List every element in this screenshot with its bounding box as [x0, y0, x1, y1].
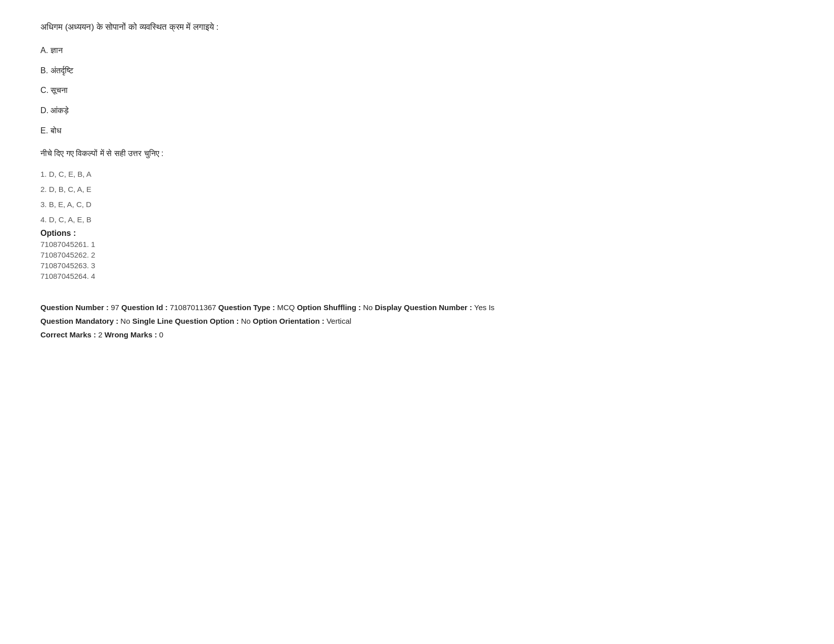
question-number-label: Question Number : — [40, 303, 109, 312]
db-option-3: 71087045263. 3 — [40, 261, 794, 270]
option-orientation-label: Option Orientation : — [253, 317, 325, 325]
answer-options-list: 1. D, C, E, B, A 2. D, B, C, A, E 3. B, … — [40, 168, 794, 226]
option-e-text: बोध — [51, 126, 61, 135]
db-option-2-val: 2 — [91, 251, 95, 259]
meta-line-2: Question Mandatory : No Single Line Ques… — [40, 314, 794, 328]
answer-option-2-num: 2. — [40, 185, 47, 193]
option-a: A. ज्ञान — [40, 44, 794, 57]
answer-option-4-text: D, C, A, E, B — [49, 215, 91, 224]
db-option-4-val: 4 — [91, 272, 95, 280]
options-label: Options : — [40, 229, 794, 238]
db-option-1-id: 71087045261. — [40, 240, 89, 249]
sub-question-text: नीचे दिए गए विकल्पों में से सही उत्तर चु… — [40, 147, 794, 160]
answer-option-4-num: 4. — [40, 215, 47, 224]
option-d: D. आंकड़े — [40, 104, 794, 117]
display-question-number-label: Display Question Number : — [375, 303, 473, 312]
db-option-1-val: 1 — [91, 240, 95, 249]
option-c: C. सूचना — [40, 84, 794, 97]
question-text: अधिगम (अध्ययन) के सोपानों को व्यवस्थित क… — [40, 20, 794, 34]
answer-option-1-num: 1. — [40, 170, 47, 178]
db-option-3-id: 71087045263. — [40, 261, 89, 270]
single-line-label: Single Line Question Option : — [132, 317, 239, 325]
option-d-label: D. — [40, 106, 49, 115]
db-option-4-id: 71087045264. — [40, 272, 89, 280]
option-shuffling-label: Option Shuffling : — [297, 303, 361, 312]
answer-option-1: 1. D, C, E, B, A — [40, 168, 794, 180]
question-mandatory-label: Question Mandatory : — [40, 317, 118, 325]
meta-info: Question Number : 97 Question Id : 71087… — [40, 301, 794, 341]
options-list: A. ज्ञान B. अंतर्दृष्टि C. सूचना D. आंकड… — [40, 44, 794, 137]
question-id-label: Question Id : — [121, 303, 168, 312]
answer-option-3-text: B, E, A, C, D — [49, 200, 91, 209]
answer-option-3: 3. B, E, A, C, D — [40, 199, 794, 211]
question-type-value: MCQ — [277, 303, 295, 312]
db-option-2: 71087045262. 2 — [40, 251, 794, 259]
db-options-list: 71087045261. 1 71087045262. 2 7108704526… — [40, 240, 794, 280]
option-b: B. अंतर्दृष्टि — [40, 64, 794, 77]
answer-option-2-text: D, B, C, A, E — [49, 185, 91, 193]
option-e-label: E. — [40, 126, 48, 135]
option-c-label: C. — [40, 86, 49, 94]
question-id-value: 71087011367 — [170, 303, 216, 312]
question-number-value: 97 — [111, 303, 119, 312]
option-c-text: सूचना — [51, 86, 68, 94]
db-option-3-val: 3 — [91, 261, 95, 270]
option-b-label: B. — [40, 66, 48, 75]
option-a-text: ज्ञान — [51, 46, 63, 55]
answer-option-1-text: D, C, E, B, A — [49, 170, 91, 178]
wrong-marks-value: 0 — [159, 330, 163, 339]
db-option-4: 71087045264. 4 — [40, 272, 794, 280]
correct-marks-value: 2 — [98, 330, 102, 339]
wrong-marks-label: Wrong Marks : — [105, 330, 157, 339]
answer-option-3-num: 3. — [40, 200, 47, 209]
option-orientation-value: Vertical — [327, 317, 351, 325]
single-line-value: No — [241, 317, 251, 325]
question-type-label: Question Type : — [218, 303, 275, 312]
meta-line-1: Question Number : 97 Question Id : 71087… — [40, 301, 794, 314]
meta-line-3: Correct Marks : 2 Wrong Marks : 0 — [40, 328, 794, 341]
option-a-label: A. — [40, 46, 48, 55]
correct-marks-label: Correct Marks : — [40, 330, 96, 339]
db-option-2-id: 71087045262. — [40, 251, 89, 259]
option-b-text: अंतर्दृष्टि — [51, 66, 73, 75]
answer-option-2: 2. D, B, C, A, E — [40, 183, 794, 195]
db-option-1: 71087045261. 1 — [40, 240, 794, 249]
option-d-text: आंकड़े — [51, 106, 69, 115]
option-e: E. बोध — [40, 124, 794, 137]
display-question-number-value: Yes Is — [474, 303, 494, 312]
option-shuffling-value: No — [363, 303, 373, 312]
question-mandatory-value: No — [120, 317, 130, 325]
answer-option-4: 4. D, C, A, E, B — [40, 214, 794, 226]
